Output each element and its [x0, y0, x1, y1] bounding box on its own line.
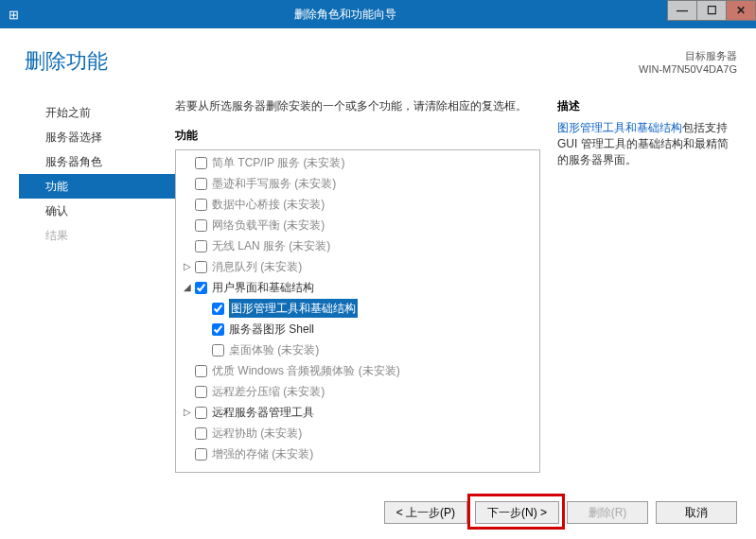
- expand-icon[interactable]: ▷: [182, 403, 193, 422]
- features-label: 功能: [175, 128, 540, 144]
- expand-icon[interactable]: ▷: [182, 257, 193, 276]
- feature-checkbox[interactable]: [195, 199, 207, 211]
- feature-label: 用户界面和基础结构: [212, 278, 314, 297]
- feature-checkbox[interactable]: [195, 407, 207, 419]
- sidebar-item-4[interactable]: 确认: [19, 199, 175, 223]
- sidebar-item-1[interactable]: 服务器选择: [19, 125, 175, 149]
- sidebar-item-3[interactable]: 功能: [19, 174, 175, 199]
- features-column: 若要从所选服务器删除安装的一个或多个功能，请清除相应的复选框。 功能 ▷简单 T…: [175, 98, 540, 473]
- feature-checkbox[interactable]: [195, 427, 207, 440]
- feature-checkbox[interactable]: [195, 386, 207, 398]
- tree-row[interactable]: ▷墨迹和手写服务 (未安装): [176, 173, 539, 194]
- feature-checkbox[interactable]: [195, 448, 207, 461]
- intro-text: 若要从所选服务器删除安装的一个或多个功能，请清除相应的复选框。: [175, 98, 540, 114]
- sidebar-item-0[interactable]: 开始之前: [19, 100, 175, 125]
- feature-checkbox[interactable]: [212, 344, 224, 356]
- main-row: 开始之前服务器选择服务器角色功能确认结果 若要从所选服务器删除安装的一个或多个功…: [19, 98, 737, 473]
- tree-row[interactable]: ▷远程协助 (未安装): [176, 423, 539, 443]
- sidebar-item-5: 结果: [19, 223, 175, 248]
- feature-checkbox[interactable]: [195, 261, 207, 273]
- feature-label: 网络负载平衡 (未安装): [212, 216, 325, 235]
- feature-checkbox[interactable]: [195, 157, 207, 169]
- destination-label: 目标服务器: [639, 49, 737, 63]
- remove-button: 删除(R): [567, 501, 648, 524]
- features-tree[interactable]: ▷简单 TCP/IP 服务 (未安装)▷墨迹和手写服务 (未安装)▷数据中心桥接…: [175, 149, 540, 473]
- tree-row[interactable]: ▷桌面体验 (未安装): [176, 339, 539, 360]
- sidebar-item-2[interactable]: 服务器角色: [19, 149, 175, 174]
- feature-checkbox[interactable]: [195, 282, 207, 294]
- tree-row[interactable]: ▷图形管理工具和基础结构: [176, 298, 539, 319]
- next-button[interactable]: 下一步(N) >: [475, 501, 559, 524]
- main-area: 若要从所选服务器删除安装的一个或多个功能，请清除相应的复选框。 功能 ▷简单 T…: [175, 98, 737, 473]
- feature-label: 远程差分压缩 (未安装): [212, 382, 325, 401]
- button-bar: < 上一步(P) 下一步(N) > 删除(R) 取消: [384, 501, 737, 524]
- feature-checkbox[interactable]: [195, 365, 207, 377]
- feature-label: 桌面体验 (未安装): [229, 340, 319, 359]
- feature-label: 墨迹和手写服务 (未安装): [212, 174, 336, 193]
- feature-label: 优质 Windows 音频视频体验 (未安装): [212, 361, 400, 380]
- title-bar: ⊞ 删除角色和功能向导 — ☐ ✕: [0, 0, 756, 28]
- description-text: 图形管理工具和基础结构包括支持 GUI 管理工具的基础结构和最精简的服务器界面。: [557, 120, 737, 168]
- feature-label: 图形管理工具和基础结构: [229, 299, 358, 318]
- feature-checkbox[interactable]: [195, 219, 207, 232]
- feature-label: 消息队列 (未安装): [212, 257, 302, 276]
- tree-row[interactable]: ▷服务器图形 Shell: [176, 319, 539, 339]
- tree-row[interactable]: ▷网络负载平衡 (未安装): [176, 215, 539, 235]
- tree-row[interactable]: ▷优质 Windows 音频视频体验 (未安装): [176, 360, 539, 381]
- tree-row[interactable]: ▷消息队列 (未安装): [176, 256, 539, 277]
- tree-row[interactable]: ▷远程差分压缩 (未安装): [176, 381, 539, 402]
- prev-button[interactable]: < 上一步(P): [384, 501, 467, 524]
- feature-checkbox[interactable]: [212, 303, 224, 315]
- window-title: 删除角色和功能向导: [23, 7, 668, 23]
- feature-label: 无线 LAN 服务 (未安装): [212, 236, 330, 255]
- feature-checkbox[interactable]: [195, 240, 207, 252]
- description-column: 描述 图形管理工具和基础结构包括支持 GUI 管理工具的基础结构和最精简的服务器…: [557, 98, 737, 473]
- tree-row[interactable]: ▷数据中心桥接 (未安装): [176, 194, 539, 215]
- wizard-sidebar: 开始之前服务器选择服务器角色功能确认结果: [19, 98, 175, 473]
- minimize-button[interactable]: —: [667, 0, 697, 21]
- tree-row[interactable]: ▷简单 TCP/IP 服务 (未安装): [176, 152, 539, 173]
- description-link[interactable]: 图形管理工具和基础结构: [557, 121, 682, 134]
- feature-label: 服务器图形 Shell: [229, 320, 314, 339]
- maximize-button[interactable]: ☐: [696, 0, 727, 21]
- destination-box: 目标服务器 WIN-M7N50V4DA7G: [639, 49, 737, 75]
- destination-value: WIN-M7N50V4DA7G: [639, 63, 737, 75]
- page-header: 删除功能 目标服务器 WIN-M7N50V4DA7G: [19, 40, 737, 98]
- tree-row[interactable]: ▷增强的存储 (未安装): [176, 443, 539, 464]
- feature-checkbox[interactable]: [212, 323, 224, 336]
- feature-label: 远程服务器管理工具: [212, 403, 314, 422]
- tree-row[interactable]: ▷远程服务器管理工具: [176, 402, 539, 423]
- feature-checkbox[interactable]: [195, 178, 207, 190]
- description-label: 描述: [557, 98, 737, 114]
- feature-label: 简单 TCP/IP 服务 (未安装): [212, 153, 344, 172]
- page-title: 删除功能: [25, 47, 639, 76]
- collapse-icon[interactable]: ◢: [182, 278, 193, 297]
- window-controls: — ☐ ✕: [668, 0, 756, 28]
- tree-row[interactable]: ▷无线 LAN 服务 (未安装): [176, 235, 539, 256]
- close-button[interactable]: ✕: [726, 0, 756, 21]
- feature-label: 数据中心桥接 (未安装): [212, 195, 325, 214]
- feature-label: 远程协助 (未安装): [212, 424, 302, 443]
- content-area: 删除功能 目标服务器 WIN-M7N50V4DA7G 开始之前服务器选择服务器角…: [0, 28, 756, 539]
- app-icon: ⊞: [4, 8, 23, 22]
- cancel-button[interactable]: 取消: [656, 501, 737, 524]
- tree-row[interactable]: ◢用户界面和基础结构: [176, 277, 539, 298]
- feature-label: 增强的存储 (未安装): [212, 444, 313, 463]
